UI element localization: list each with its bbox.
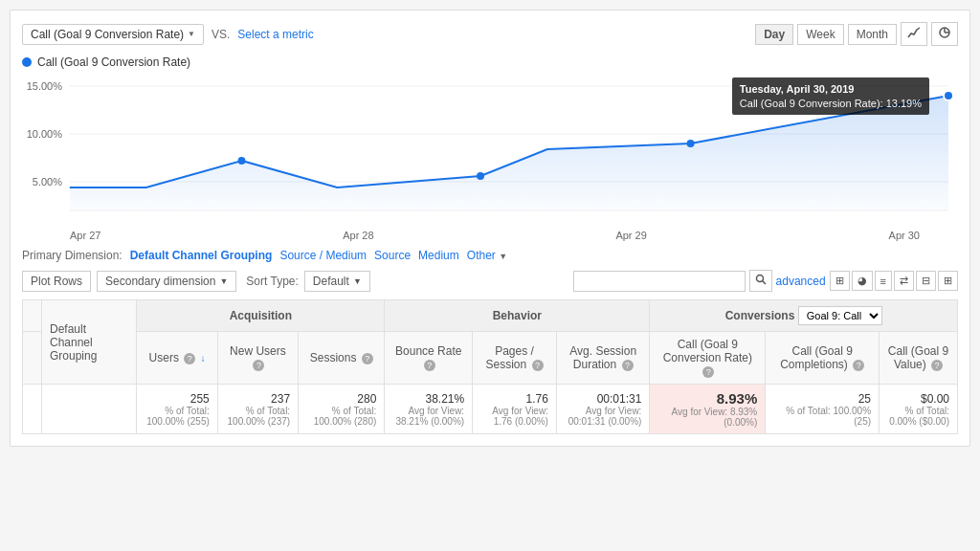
th-behavior: Behavior: [385, 300, 650, 332]
tooltip-date: Tuesday, April 30, 2019: [740, 83, 922, 95]
pd-option-other[interactable]: Other ▼: [467, 249, 507, 262]
th-conversion-rate: Call (Goal 9 Conversion Rate) ?: [650, 332, 766, 385]
th-completions: Call (Goal 9 Completions) ?: [766, 332, 880, 385]
goal-select[interactable]: Goal 9: Call: [798, 306, 882, 325]
plot-rows-button[interactable]: Plot Rows: [22, 271, 91, 292]
th-conversions: Conversions Goal 9: Call: [650, 300, 958, 332]
totals-completions: 25 % of Total: 100.00% (25): [766, 385, 880, 434]
totals-users: 255 % of Total: 100.00% (255): [137, 385, 217, 434]
search-button[interactable]: [749, 270, 772, 292]
legend-label: Call (Goal 9 Conversion Rate): [37, 55, 190, 69]
sort-type-button[interactable]: Default ▼: [304, 271, 370, 292]
pie-chart-icon: [938, 26, 951, 39]
th-bounce-rate: Bounce Rate ?: [385, 332, 473, 385]
pd-option-default[interactable]: Default Channel Grouping: [130, 249, 273, 262]
tooltip-metric-value: Call (Goal 9 Conversion Rate): 13.19%: [740, 98, 922, 109]
day-button[interactable]: Day: [755, 24, 793, 45]
avg-session-help-icon[interactable]: ?: [622, 360, 634, 371]
sort-type-label: Sort Type:: [246, 275, 298, 288]
vs-label: VS.: [212, 28, 230, 41]
value-help-icon[interactable]: ?: [931, 360, 943, 371]
svg-point-13: [687, 140, 695, 147]
totals-avg-session: 00:01:31 Avg for View: 00:01:31 (0.00%): [556, 385, 649, 434]
th-checkbox-2: [23, 332, 42, 385]
totals-bounce-rate: 38.21% Avg for View: 38.21% (0.00%): [385, 385, 473, 434]
th-acquisition: Acquisition: [137, 300, 385, 332]
svg-point-11: [238, 157, 246, 165]
totals-conversion-rate: 8.93% Avg for View: 8.93% (0.00%): [650, 385, 766, 434]
legend-dot: [22, 57, 32, 67]
totals-new-users: 237 % of Total: 100.00% (237): [217, 385, 298, 434]
chart-tooltip: Tuesday, April 30, 2019 Call (Goal 9 Con…: [732, 77, 929, 115]
svg-text:5.00%: 5.00%: [33, 176, 62, 187]
totals-pages-session: 1.76 Avg for View: 1.76 (0.00%): [473, 385, 557, 434]
advanced-link[interactable]: advanced: [776, 275, 826, 288]
th-sessions: Sessions ?: [299, 332, 385, 385]
x-label-apr30: Apr 30: [889, 230, 920, 241]
pd-option-source[interactable]: Source: [374, 249, 411, 262]
totals-name-cell: [42, 385, 137, 434]
top-controls: Call (Goal 9 Conversion Rate) ▼ VS. Sele…: [22, 22, 958, 46]
x-label-apr27: Apr 27: [70, 230, 100, 241]
line-chart-view-button[interactable]: [901, 22, 927, 46]
month-button[interactable]: Month: [848, 24, 897, 45]
totals-row: 255 % of Total: 100.00% (255) 237 % of T…: [23, 385, 958, 434]
conversion-rate-help-icon[interactable]: ?: [702, 366, 714, 378]
x-label-apr29: Apr 29: [615, 230, 646, 241]
pivot-button[interactable]: ⊟: [916, 271, 936, 291]
compare-button[interactable]: ⇄: [894, 271, 914, 291]
search-input[interactable]: [573, 271, 746, 292]
totals-checkbox-cell: [23, 385, 42, 434]
completions-help-icon[interactable]: ?: [853, 360, 864, 371]
svg-text:15.00%: 15.00%: [27, 80, 62, 92]
week-button[interactable]: Week: [797, 24, 843, 45]
th-checkbox: [23, 300, 42, 332]
metric-dropdown-label: Call (Goal 9 Conversion Rate): [31, 28, 184, 41]
top-right-controls: Day Week Month: [755, 22, 958, 46]
search-icon: [755, 274, 767, 285]
svg-text:10.00%: 10.00%: [27, 128, 62, 140]
th-channel-grouping: Default Channel Grouping: [42, 300, 137, 385]
table-controls-left: Plot Rows Secondary dimension ▼ Sort Typ…: [22, 271, 370, 292]
th-pages-session: Pages / Session ?: [473, 332, 557, 385]
table-view-button[interactable]: ⊞: [830, 271, 850, 291]
pd-option-source-medium[interactable]: Source / Medium: [279, 249, 367, 262]
metric-dropdown[interactable]: Call (Goal 9 Conversion Rate) ▼: [22, 24, 204, 45]
th-avg-session: Avg. Session Duration ?: [556, 332, 649, 385]
table-controls: Plot Rows Secondary dimension ▼ Sort Typ…: [22, 270, 958, 292]
svg-point-14: [944, 91, 953, 100]
dropdown-caret-icon: ▼: [188, 30, 195, 38]
lifetimevalue-button[interactable]: ⊞: [938, 271, 958, 291]
table-controls-right: advanced ⊞ ◕ ≡ ⇄ ⊟ ⊞: [573, 270, 958, 292]
x-label-apr28: Apr 28: [343, 230, 373, 241]
data-table: Default Channel Grouping Acquisition Beh…: [22, 299, 958, 434]
totals-sessions: 280 % of Total: 100.00% (280): [299, 385, 385, 434]
top-left-controls: Call (Goal 9 Conversion Rate) ▼ VS. Sele…: [22, 24, 314, 45]
th-new-users: New Users ?: [217, 332, 298, 385]
svg-point-15: [756, 276, 763, 282]
users-help-icon[interactable]: ?: [184, 353, 195, 364]
pd-option-medium[interactable]: Medium: [418, 249, 459, 262]
select-metric-link[interactable]: Select a metric: [237, 28, 313, 41]
chart-x-labels: Apr 27 Apr 28 Apr 29 Apr 30: [22, 230, 958, 241]
th-value: Call (Goal 9 Value) ?: [880, 332, 958, 385]
line-chart-icon: [907, 26, 921, 39]
th-users: Users ? ↓: [137, 332, 217, 385]
primary-dimension-bar: Primary Dimension: Default Channel Group…: [22, 249, 958, 262]
pages-session-help-icon[interactable]: ?: [532, 360, 544, 371]
totals-value: $0.00 % of Total: 0.00% ($0.00): [880, 385, 958, 434]
bounce-rate-help-icon[interactable]: ?: [424, 360, 435, 371]
sessions-help-icon[interactable]: ?: [362, 353, 373, 364]
chart-wrapper: 15.00% 10.00% 5.00%: [22, 73, 958, 226]
secondary-dimension-button[interactable]: Secondary dimension ▼: [97, 271, 236, 292]
chart-legend: Call (Goal 9 Conversion Rate): [22, 55, 958, 69]
svg-line-16: [762, 281, 766, 285]
pie-chart-view-button[interactable]: [931, 22, 958, 46]
new-users-help-icon[interactable]: ?: [253, 360, 264, 371]
view-icon-buttons: ⊞ ◕ ≡ ⇄ ⊟ ⊞: [830, 271, 958, 291]
secondary-dim-caret: ▼: [219, 276, 228, 286]
pie-view-button[interactable]: ◕: [852, 271, 873, 291]
users-sort-icon[interactable]: ↓: [201, 353, 206, 364]
sort-caret: ▼: [353, 276, 362, 286]
list-view-button[interactable]: ≡: [875, 271, 892, 291]
